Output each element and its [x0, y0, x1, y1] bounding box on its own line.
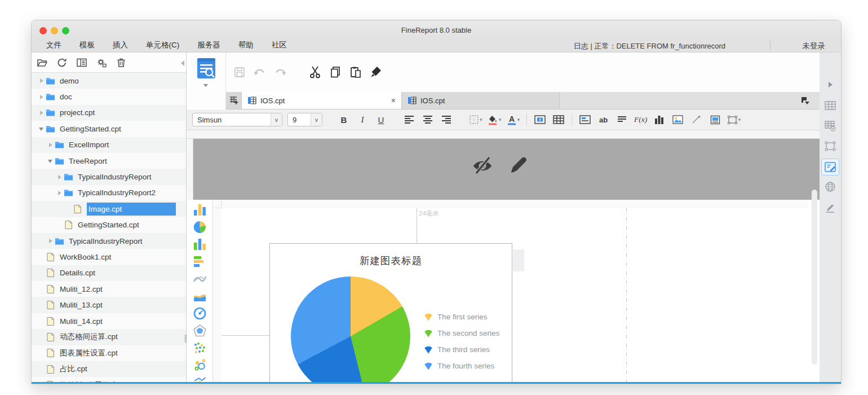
menu-item-1[interactable]: 模板	[79, 40, 95, 50]
insert-image-button[interactable]	[671, 113, 685, 126]
widget-form-icon[interactable]	[821, 159, 839, 175]
format-brush-icon[interactable]	[369, 65, 383, 79]
tab-close-icon[interactable]: ×	[391, 96, 396, 105]
arrow-collapsed-icon[interactable]	[56, 173, 64, 181]
font-family-select[interactable]: Simsun ∨	[192, 113, 282, 126]
chart-type-radar-icon[interactable]	[193, 324, 207, 338]
chart-type-gauge-icon[interactable]	[193, 306, 207, 321]
arrow-collapsed-icon[interactable]	[56, 189, 64, 197]
tree-item-Details.cpt[interactable]: Details.cpt	[32, 265, 186, 281]
insert-subreport-button[interactable]	[708, 113, 722, 126]
pie-chart[interactable]	[291, 276, 410, 384]
paste-icon[interactable]	[349, 65, 362, 79]
report-page[interactable]: 24毫米 20毫米 新建图表标题 The first series The se…	[222, 208, 808, 384]
menu-item-2[interactable]: 插入	[113, 40, 128, 50]
tree-item-WorkBook1.cpt[interactable]: WorkBook1.cpt	[32, 249, 186, 265]
vertical-scrollbar[interactable]	[812, 190, 817, 365]
tree-item-______.cpt[interactable]: 图表属性设置.cpt	[32, 345, 186, 361]
undo-icon[interactable]	[253, 65, 267, 79]
sidebar-collapse-icon[interactable]	[181, 60, 184, 66]
edit-pencil-icon[interactable]	[507, 152, 529, 177]
legend-item-2[interactable]: The third series	[423, 345, 499, 353]
cut-icon[interactable]	[308, 65, 322, 79]
install-plugin-icon[interactable]	[95, 56, 108, 69]
tree-item-__.cpt[interactable]: 占比.cpt	[32, 361, 186, 377]
tree-item-TypicalIndustryReport[interactable]: TypicalIndustryReport	[32, 169, 186, 185]
chart-type-column2-icon[interactable]	[193, 237, 207, 251]
arrow-expanded-icon[interactable]	[38, 125, 46, 133]
align-right-button[interactable]	[440, 113, 453, 126]
float-element-button[interactable]: ▾	[727, 113, 741, 126]
menu-item-5[interactable]: 帮助	[238, 40, 254, 50]
redo-icon[interactable]	[273, 65, 287, 79]
chart-type-hbar-icon[interactable]	[193, 254, 207, 269]
arrow-collapsed-icon[interactable]	[47, 237, 55, 245]
chart-type-pie-icon[interactable]	[193, 220, 207, 234]
italic-button[interactable]: I	[356, 113, 369, 126]
tree-item-Image.cpt[interactable]: Image.cpt	[32, 201, 186, 217]
legend-item-1[interactable]: The second series	[423, 329, 499, 337]
menu-item-3[interactable]: 单元格(C)	[146, 40, 179, 50]
copy-icon[interactable]	[329, 65, 342, 79]
sign-pencil-icon[interactable]	[823, 200, 837, 214]
legend-item-3[interactable]: The fourth series	[423, 362, 499, 370]
chart-type-bubble-icon[interactable]	[193, 358, 207, 372]
report-panel-icon[interactable]	[76, 56, 88, 69]
refresh-icon[interactable]	[56, 56, 68, 69]
grid-settings-icon[interactable]	[823, 119, 837, 133]
tree-item-GettingStarted.cpt[interactable]: GettingStarted.cpt	[32, 217, 186, 233]
legend-item-0[interactable]: The first series	[423, 313, 499, 321]
eye-off-icon[interactable]	[471, 152, 494, 177]
log-status-text[interactable]: 日志 | 正常：DELETE FROM fr_functionrecord	[574, 41, 725, 51]
font-color-button[interactable]: A ▾	[507, 113, 520, 126]
parameter-pane[interactable]	[187, 139, 820, 200]
menu-item-6[interactable]: 社区	[272, 40, 287, 50]
new-template-tab-button[interactable]	[226, 92, 242, 109]
menu-item-4[interactable]: 服务器	[197, 40, 220, 50]
bold-button[interactable]: B	[337, 113, 351, 126]
chart-type-scatter-icon[interactable]	[193, 341, 207, 356]
arrow-expanded-icon[interactable]	[47, 157, 55, 165]
widget-insert-button[interactable]	[578, 113, 592, 126]
template-switch-dropdown-icon[interactable]	[203, 84, 208, 87]
chart-type-column-icon[interactable]	[193, 203, 207, 217]
rich-text-button[interactable]	[615, 113, 629, 126]
template-switch-block[interactable]	[187, 52, 226, 109]
align-left-button[interactable]	[402, 113, 416, 126]
merge-cells-button[interactable]: a	[533, 113, 547, 126]
fill-color-button[interactable]: ▾	[488, 113, 502, 126]
tree-item-doc[interactable]: doc	[32, 89, 186, 104]
save-icon[interactable]	[233, 65, 246, 79]
tree-item-Muliti_13.cpt[interactable]: Muliti_13.cpt	[32, 297, 186, 313]
text-ab-button[interactable]: ab	[597, 113, 610, 126]
insert-shape-button[interactable]	[690, 113, 703, 126]
trash-icon[interactable]	[115, 56, 127, 69]
tree-item-GettingStarted.cpt[interactable]: GettingStarted.cpt	[32, 121, 186, 137]
scroll-up-button[interactable]: ^	[809, 168, 818, 175]
cell-grid-icon[interactable]	[823, 99, 837, 112]
arrow-collapsed-icon[interactable]	[38, 93, 46, 101]
arrow-collapsed-icon[interactable]	[47, 141, 55, 149]
font-size-select[interactable]: 9 ∨	[287, 113, 322, 126]
chart-type-area-icon[interactable]	[193, 289, 207, 304]
tree-item-ExcelImport[interactable]: ExcelImport	[32, 137, 186, 153]
unmerge-cells-button[interactable]	[552, 113, 565, 126]
tree-item-TypicalIndustryReport[interactable]: TypicalIndustryReport	[32, 233, 186, 249]
login-status[interactable]: 未登录	[803, 41, 826, 51]
tree-item-project.cpt[interactable]: project.cpt	[32, 105, 186, 121]
tree-item-______.cpt[interactable]: 动态格间运算.cpt	[32, 329, 186, 345]
align-center-button[interactable]	[421, 113, 435, 126]
web-globe-icon[interactable]	[823, 180, 837, 194]
tree-item-TreeReport[interactable]: TreeReport	[32, 153, 186, 169]
tree-item-Muliti_14.cpt[interactable]: Muliti_14.cpt	[32, 313, 186, 329]
menu-item-0[interactable]: 文件	[46, 40, 61, 50]
open-folder-icon[interactable]	[36, 56, 48, 69]
chart-float-element[interactable]: 新建图表标题 The first series The second serie…	[269, 243, 512, 384]
border-style-button[interactable]: ▾	[469, 113, 482, 126]
tree-item-TypicalIndustryReport2[interactable]: TypicalIndustryReport2	[32, 185, 186, 201]
collapse-right-icon[interactable]	[823, 78, 837, 91]
tree-item-demo[interactable]: demo	[32, 73, 186, 89]
arrow-collapsed-icon[interactable]	[38, 77, 46, 85]
tab-ios-active[interactable]: IOS.cpt ×	[242, 92, 402, 109]
formula-button[interactable]: F(x)	[634, 113, 648, 126]
